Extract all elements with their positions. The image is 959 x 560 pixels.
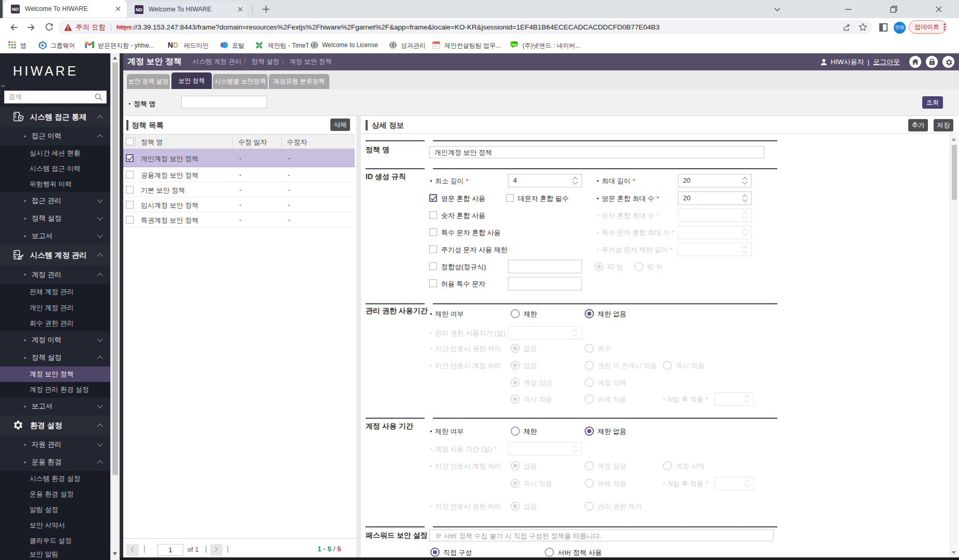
- search-button[interactable]: 조회: [922, 96, 943, 109]
- radio-id-front[interactable]: [594, 262, 604, 271]
- sidebar-item-account-env-settings[interactable]: 계정 관리 환경 설정: [0, 382, 110, 397]
- tab-security-policy-settings[interactable]: 보안 정책 설정: [127, 74, 170, 89]
- radio-acct-apply-now[interactable]: [511, 479, 520, 488]
- sidebar-item-system-env-settings[interactable]: 시스템 환경 설정: [0, 471, 110, 487]
- reload-icon[interactable]: [44, 22, 54, 33]
- admin-days-spinner[interactable]: [508, 326, 582, 340]
- sidebar-search-input[interactable]: 검색: [4, 91, 107, 104]
- spinner-down-icon[interactable]: [573, 448, 578, 453]
- sidebar-item-operation-environment[interactable]: 운용 환경: [0, 453, 110, 471]
- table-row[interactable]: 개인계정 보안 정책--: [123, 149, 355, 167]
- spinner-down-icon[interactable]: [743, 180, 748, 185]
- bookmark-item[interactable]: Welcome to License: [322, 41, 378, 49]
- sidebar-item-reports[interactable]: 보고서: [0, 227, 110, 245]
- detail-scrollbar[interactable]: [950, 134, 958, 558]
- sidebar-item-all-accounts[interactable]: 전체 계정 관리: [0, 284, 110, 300]
- panel-splitter[interactable]: [120, 53, 123, 560]
- sidebar-item-environment-settings[interactable]: 환경 설정: [0, 415, 110, 436]
- radio-admin-acct-delete[interactable]: [585, 378, 594, 387]
- number-max-spinner[interactable]: [678, 209, 752, 222]
- bookmark-item[interactable]: 앱: [20, 41, 26, 50]
- tab-close-icon[interactable]: [115, 6, 121, 11]
- scroll-down-icon[interactable]: [113, 552, 117, 555]
- checkbox-uppercase-required[interactable]: [506, 194, 514, 202]
- sidebar-item-system-access-control[interactable]: 시스템 접근 통제: [0, 107, 110, 127]
- table-row[interactable]: 기본 보안 정책--: [123, 182, 355, 197]
- column-header-modifier[interactable]: 수정자: [287, 138, 307, 147]
- radio-admin-apply-defer[interactable]: [585, 394, 594, 404]
- admin-ndays-spinner[interactable]: [715, 392, 754, 406]
- select-all-checkbox[interactable]: [126, 138, 134, 145]
- logout-link[interactable]: 로그아웃: [873, 57, 900, 67]
- new-tab-button[interactable]: [262, 5, 270, 13]
- radio-pw-server[interactable]: [545, 548, 554, 557]
- spinner-down-icon[interactable]: [745, 482, 750, 488]
- radio-pw-direct[interactable]: [430, 548, 440, 557]
- radio-admin-acct-noperm[interactable]: [585, 361, 594, 370]
- bookmark-item[interactable]: 성과관리: [401, 41, 426, 50]
- min-length-spinner[interactable]: 4: [508, 174, 582, 187]
- sidebar-item-account-policy-settings[interactable]: 정책 설정: [0, 349, 110, 366]
- radio-acct-expire-delete[interactable]: [663, 461, 672, 470]
- sidebar-item-realtime-sessions[interactable]: 실시간 세션 현황: [0, 145, 110, 161]
- bookmark-item[interactable]: (주)넷앤드 : 네이버...: [522, 41, 580, 50]
- sidebar-item-cloud-settings[interactable]: 클라우드 설정: [0, 533, 110, 549]
- window-restore-button[interactable]: [890, 6, 897, 13]
- acct-ndays-spinner[interactable]: [715, 477, 754, 490]
- checkbox-number-mix[interactable]: [429, 211, 437, 219]
- sidebar-item-personal-accounts[interactable]: 개인 계정 관리: [0, 300, 110, 316]
- tab-close-icon[interactable]: [238, 7, 243, 12]
- browser-tab-1[interactable]: NDWelcome To HIWARE: [4, 0, 127, 18]
- tab-search-icon[interactable]: [774, 6, 781, 13]
- sidebar-item-access-history[interactable]: 접근 이력: [0, 127, 110, 145]
- checkbox-regex[interactable]: [429, 262, 437, 270]
- regex-input[interactable]: [508, 260, 582, 273]
- checkbox-english-mix[interactable]: [429, 194, 437, 202]
- radio-admin-perm-none[interactable]: [511, 344, 520, 353]
- sidebar-item-account-history[interactable]: 계정 이력: [0, 331, 110, 349]
- sidebar-item-security-pledge[interactable]: 보안 서약서: [0, 518, 110, 533]
- sidebar-item-notification-settings[interactable]: 알림 설정: [0, 502, 110, 518]
- radio-acct-limit-yes[interactable]: [511, 426, 520, 436]
- sidebar-item-account-management[interactable]: 계정 관리: [0, 266, 110, 284]
- page-number-input[interactable]: [157, 544, 183, 556]
- acct-days-spinner[interactable]: [508, 442, 582, 455]
- side-panel-icon[interactable]: [879, 23, 888, 32]
- tab-account-type-policy[interactable]: 계정유형 분류정책: [269, 74, 329, 89]
- bookmark-item[interactable]: 제안팀 - TimeTree: [268, 41, 309, 50]
- sidebar-item-account-security-policy[interactable]: 계정 보안 정책: [0, 366, 110, 382]
- next-page-button[interactable]: [210, 544, 223, 556]
- radio-id-back[interactable]: [634, 262, 644, 271]
- tab-security-policy[interactable]: 보안 정책: [171, 72, 212, 89]
- bookmark-item[interactable]: 포탈: [232, 41, 244, 50]
- column-header-policy-name[interactable]: 정책 명: [141, 138, 163, 147]
- table-row[interactable]: 공용계정 보안 정책--: [123, 167, 355, 182]
- column-header-modified-date[interactable]: 수정 일자: [238, 138, 267, 147]
- spinner-down-icon[interactable]: [743, 248, 748, 254]
- browser-tab-2[interactable]: NDWelcome To HIWARE: [128, 2, 246, 18]
- sidebar-item-account-reports[interactable]: 보고서: [0, 397, 110, 415]
- add-button[interactable]: 추가: [908, 119, 928, 131]
- radio-admin-apply-now[interactable]: [511, 394, 520, 404]
- window-close-button[interactable]: [935, 6, 942, 13]
- bookmark-item[interactable]: 받은편지함 - yhhw...: [98, 41, 154, 50]
- tab-system-security-policy[interactable]: 시스템별 보안정책: [213, 74, 268, 89]
- allowed-special-input[interactable]: [508, 277, 582, 290]
- sidebar-collapse-handle[interactable]: [1, 85, 5, 87]
- bookmark-item[interactable]: 그룹웨어: [50, 41, 75, 50]
- max-length-spinner[interactable]: 20: [678, 174, 752, 187]
- sidebar-scrollbar-thumb[interactable]: [112, 63, 118, 475]
- sidebar-item-security-alert[interactable]: 보안 알림: [0, 549, 110, 560]
- forward-icon[interactable]: [26, 22, 36, 33]
- row-checkbox[interactable]: [126, 154, 134, 162]
- home-button[interactable]: [909, 56, 921, 68]
- radio-admin-acct-none[interactable]: [511, 361, 520, 370]
- radio-acct-perm-none[interactable]: [511, 502, 520, 511]
- update-button[interactable]: 업데이트: [909, 20, 947, 34]
- spinner-down-icon[interactable]: [573, 332, 578, 337]
- spinner-down-icon[interactable]: [743, 231, 748, 237]
- sidebar-item-policy-settings[interactable]: 정책 설정: [0, 210, 110, 227]
- settings-button[interactable]: [942, 56, 954, 68]
- scroll-down-icon[interactable]: [952, 551, 956, 554]
- lock-button[interactable]: [926, 56, 938, 68]
